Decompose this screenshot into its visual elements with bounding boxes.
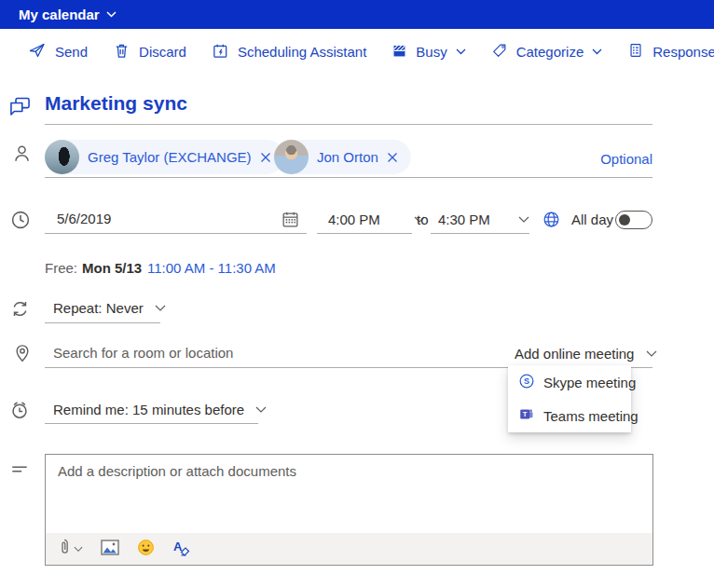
response-options-dropdown[interactable]: Response options <box>627 42 714 62</box>
menu-item-label: Skype meeting <box>543 375 636 390</box>
trash-icon <box>113 42 130 62</box>
attendee-pill[interactable]: Jon Orton <box>274 140 411 174</box>
send-label: Send <box>55 44 88 60</box>
smiley-icon <box>137 539 155 560</box>
event-compose-window: My calendar Send Discard Scheduling Assi… <box>0 0 714 588</box>
end-time-select[interactable]: 4:30 PM <box>438 212 529 227</box>
menu-item-skype-meeting[interactable]: S Skype meeting <box>508 365 631 399</box>
reminder-underline <box>45 423 258 424</box>
menu-item-teams-meeting[interactable]: T Teams meeting <box>508 399 631 432</box>
timezone-globe-icon[interactable] <box>542 210 561 233</box>
repeat-select[interactable]: Repeat: Never <box>53 300 166 316</box>
chevron-down-icon <box>155 305 166 312</box>
start-time-underline <box>317 233 412 234</box>
scheduling-calendar-icon <box>212 42 229 62</box>
send-button[interactable]: Send <box>28 41 88 62</box>
categorize-label: Categorize <box>516 44 584 60</box>
clear-formatting-icon: A <box>172 539 191 560</box>
start-date-input[interactable] <box>57 211 262 226</box>
scheduling-assistant-button[interactable]: Scheduling Assistant <box>212 42 366 62</box>
suggested-day: Mon 5/13 <box>82 260 142 276</box>
person-icon <box>11 143 33 168</box>
response-options-icon <box>627 42 644 62</box>
svg-text:S: S <box>524 376 529 386</box>
all-day-label: All day <box>571 212 613 227</box>
send-icon <box>28 41 47 62</box>
scheduling-assistant-label: Scheduling Assistant <box>238 44 366 60</box>
chevron-down-icon[interactable] <box>106 11 117 18</box>
response-options-label: Response options <box>652 44 714 60</box>
chevron-down-icon <box>255 406 267 414</box>
add-online-meeting-label: Add online meeting <box>515 346 634 362</box>
location-pin-icon <box>12 343 33 367</box>
emoji-button[interactable] <box>137 539 155 560</box>
end-time-underline <box>431 233 529 234</box>
all-day-toggle[interactable] <box>615 211 652 229</box>
online-meeting-menu: S Skype meeting T Teams meeting <box>508 365 631 432</box>
svg-text:T: T <box>523 410 528 418</box>
chat-bubbles-icon <box>7 94 33 123</box>
clear-formatting-button[interactable]: A <box>172 539 191 560</box>
attendee-name: Greg Taylor (EXCHANGE) <box>88 149 252 165</box>
clock-icon <box>9 209 32 235</box>
categorize-dropdown[interactable]: Categorize <box>491 42 603 62</box>
busy-status-dropdown[interactable]: Busy <box>391 43 465 62</box>
end-time-value: 4:30 PM <box>438 212 490 227</box>
chevron-down-icon <box>74 546 83 553</box>
event-title-input[interactable] <box>45 92 455 115</box>
avatar <box>45 140 79 174</box>
editor-footer-bar: A <box>46 533 652 565</box>
reminder-value: Remind me: 15 minutes before <box>53 402 244 417</box>
discard-label: Discard <box>139 44 186 60</box>
location-search-input[interactable] <box>53 345 361 361</box>
paperclip-icon <box>58 538 71 560</box>
avatar <box>274 140 309 174</box>
attendee-pill[interactable]: Greg Taylor (EXCHANGE) <box>45 140 284 174</box>
availability-status: Free: <box>45 260 77 276</box>
repeat-value: Repeat: Never <box>53 300 144 316</box>
start-time-select[interactable]: 4:00 PM <box>328 212 425 227</box>
menu-item-label: Teams meeting <box>543 408 638 424</box>
alarm-clock-icon <box>8 399 31 425</box>
start-time-value: 4:00 PM <box>328 212 380 227</box>
notes-lines-icon <box>9 459 30 484</box>
date-underline <box>45 233 307 234</box>
reminder-select[interactable]: Remind me: 15 minutes before <box>53 402 267 417</box>
skype-logo-icon: S <box>518 373 535 392</box>
chevron-down-icon <box>592 48 602 55</box>
busy-label: Busy <box>416 44 446 60</box>
chevron-down-icon <box>456 48 466 55</box>
toggle-knob <box>619 214 630 226</box>
discard-button[interactable]: Discard <box>113 42 186 62</box>
title-underline <box>45 124 652 125</box>
attendee-name: Jon Orton <box>317 149 378 165</box>
category-tag-icon <box>491 42 508 62</box>
busy-status-icon <box>391 43 407 62</box>
date-picker-calendar-icon[interactable] <box>281 210 300 233</box>
insert-image-button[interactable] <box>101 540 119 559</box>
description-editor: A <box>45 454 653 566</box>
chevron-down-icon <box>518 216 529 224</box>
to-label: to <box>417 212 429 227</box>
remove-attendee-icon[interactable] <box>387 152 398 163</box>
attendees-underline <box>45 177 652 178</box>
suggested-time-link[interactable]: 11:00 AM - 11:30 AM <box>147 260 276 276</box>
calendar-selector[interactable]: My calendar <box>19 7 100 22</box>
description-input[interactable] <box>46 455 652 533</box>
compose-toolbar: Send Discard Scheduling Assistant Busy C… <box>0 29 714 75</box>
repeat-arrows-icon <box>9 298 31 323</box>
repeat-underline <box>45 322 160 323</box>
add-online-meeting-dropdown[interactable]: Add online meeting <box>515 346 657 362</box>
remove-attendee-icon[interactable] <box>260 152 271 163</box>
optional-attendees-link[interactable]: Optional <box>600 151 652 167</box>
attach-file-button[interactable] <box>58 538 83 560</box>
teams-logo-icon: T <box>518 406 535 426</box>
image-icon <box>101 540 119 559</box>
calendar-header-bar: My calendar <box>0 0 714 29</box>
chevron-down-icon <box>646 350 657 358</box>
